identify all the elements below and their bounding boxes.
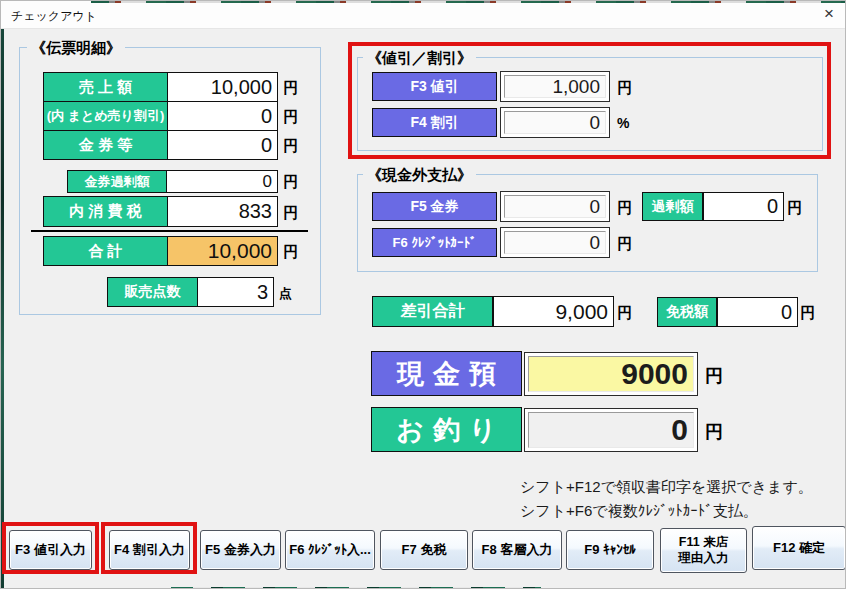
vouchers-unit: 円 [283,137,298,156]
button-f4-rate-entry[interactable]: F4 割引入力 [109,530,190,570]
f4-rate-unit: % [617,115,629,131]
inner-tax-unit: 円 [283,204,298,223]
voucher-excess-value: 0 [166,170,278,193]
net-total-unit: 円 [617,304,632,323]
excess-amount-unit: 円 [787,199,802,218]
inner-tax-value: 833 [167,196,278,227]
f5-voucher-unit: 円 [617,199,632,218]
tax-free-value: 0 [717,297,798,327]
button-f9-cancel[interactable]: F9 ｷｬﾝｾﾙ [566,530,654,570]
f4-rate-value: 0 [504,111,606,134]
discount-section-title: 《値引／割引》 [363,49,476,68]
f3-discount-label: F3 値引 [372,72,497,101]
items-count-value: 3 [197,277,274,307]
screen-artifact-left [1,29,4,589]
f6-credit-label: F6 ｸﾚｼﾞｯﾄｶｰﾄﾞ [372,228,497,257]
cash-received-label: 現金預 [371,351,522,396]
change-label: お釣り [371,407,522,452]
f6-credit-value: 0 [504,231,606,254]
f3-discount-input[interactable]: 1,000 [500,71,610,102]
button-f5-voucher-entry[interactable]: F5 金券入力 [200,530,281,570]
items-count-label: 販売点数 [107,277,198,307]
bundle-discount-value: 0 [167,101,278,131]
excess-amount-label: 過剰額 [642,192,703,221]
f6-credit-unit: 円 [617,235,632,254]
button-f7-tax-free[interactable]: F7 免税 [380,530,468,570]
sales-amount-label: 売 上 額 [43,72,168,102]
tax-free-label: 免税額 [657,297,717,327]
sales-amount-unit: 円 [283,79,298,98]
f4-rate-label: F4 割引 [372,108,497,137]
button-f12-confirm[interactable]: F12 確定 [752,526,846,570]
vouchers-label: 金 券 等 [43,130,168,160]
close-icon[interactable]: × [824,4,834,24]
button-f3-discount-entry[interactable]: F3 値引入力 [9,530,92,570]
tax-free-unit: 円 [800,304,815,323]
net-total-value: 9,000 [493,296,614,327]
slip-section-title: 《伝票明細》 [27,39,125,58]
f6-credit-input[interactable]: 0 [500,227,610,258]
hint-multi-credit: シフト+F6で複数ｸﾚｼﾞｯﾄｶｰﾄﾞ支払。 [520,502,758,521]
inner-tax-label: 内 消 費 税 [43,196,168,227]
change-display: 0 [524,408,698,452]
vouchers-value: 0 [167,130,278,160]
button-f6-credit-entry[interactable]: F6 ｸﾚｼﾞｯﾄ入... [285,530,375,570]
change-unit: 円 [705,420,723,444]
total-value: 10,000 [167,236,278,266]
total-unit: 円 [283,243,298,262]
cash-received-unit: 円 [705,364,723,388]
sales-amount-value: 10,000 [167,72,278,102]
title-bar: チェックアウト × [1,1,846,29]
noncash-section-title: 《現金外支払》 [363,166,476,185]
net-total-label: 差引合計 [372,296,493,327]
total-separator-line [31,230,308,232]
f5-voucher-input[interactable]: 0 [500,191,610,222]
f3-discount-value: 1,000 [504,75,606,98]
f4-rate-input[interactable]: 0 [500,107,610,138]
items-count-unit: 点 [279,285,292,303]
checkout-dialog: チェックアウト × 《伝票明細》 売 上 額 10,000 円 (内 まとめ売り… [0,0,846,589]
voucher-excess-label: 金券過剰額 [67,170,167,193]
bundle-discount-label: (内 まとめ売り割引) [43,101,168,131]
f5-voucher-value: 0 [504,195,606,218]
excess-amount-value: 0 [703,192,784,221]
screen-artifact-top [91,1,846,3]
change-value: 0 [528,412,694,448]
window-title: チェックアウト [11,8,97,25]
f5-voucher-label: F5 金券 [372,192,497,221]
hint-receipt-print: シフト+F12で領収書印字を選択できます。 [520,478,813,497]
cash-received-input[interactable]: 9000 [524,352,698,396]
cash-received-value: 9000 [528,356,694,392]
f3-discount-unit: 円 [617,79,632,98]
voucher-excess-unit: 円 [283,173,298,192]
button-f11-visit-reason[interactable]: F11 来店 理由入力 [660,528,747,573]
bundle-discount-unit: 円 [283,108,298,127]
button-f8-customer-segment[interactable]: F8 客層入力 [472,530,562,570]
total-label: 合 計 [43,236,168,266]
